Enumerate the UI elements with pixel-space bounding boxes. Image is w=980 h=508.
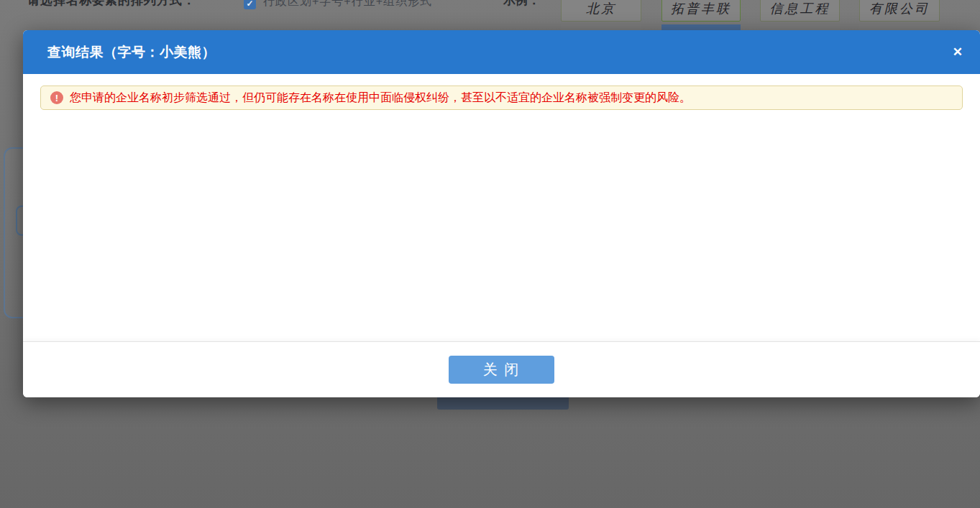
query-result-modal: 查询结果（字号：小美熊） ✕ ! 您申请的企业名称初步筛选通过，但仍可能存在名称…	[23, 30, 980, 397]
page-stage: 请选择名称要素的排列方式： ✓ 行政区划+字号+行业+组织形式 示例： 北京 拓…	[0, 0, 980, 508]
modal-header: 查询结果（字号：小美熊） ✕	[23, 30, 980, 74]
example-box-region: 北京	[561, 0, 641, 22]
close-button[interactable]: 关 闭	[449, 356, 554, 384]
modal-body	[23, 110, 980, 341]
warning-alert: ! 您申请的企业名称初步筛选通过，但仍可能存在名称在使用中面临侵权纠纷，甚至以不…	[40, 86, 963, 110]
close-icon[interactable]: ✕	[948, 30, 967, 74]
checkmark-icon: ✓	[246, 0, 253, 8]
exclamation-circle-icon: !	[50, 91, 63, 104]
example-box-orgform: 有限公司	[859, 0, 940, 22]
arrangement-checkbox[interactable]: ✓	[244, 0, 256, 9]
modal-footer: 关 闭	[23, 341, 980, 397]
example-box-tradename: 拓普丰联	[661, 0, 741, 22]
arrangement-option-label: 行政区划+字号+行业+组织形式	[263, 0, 432, 9]
example-label: 示例：	[503, 0, 540, 9]
arrangement-prompt-label: 请选择名称要素的排列方式：	[27, 0, 196, 9]
warning-message: 您申请的企业名称初步筛选通过，但仍可能存在名称在使用中面临侵权纠纷，甚至以不适宜…	[70, 91, 691, 106]
modal-title: 查询结果（字号：小美熊）	[47, 30, 216, 74]
example-box-industry: 信息工程	[760, 0, 840, 22]
